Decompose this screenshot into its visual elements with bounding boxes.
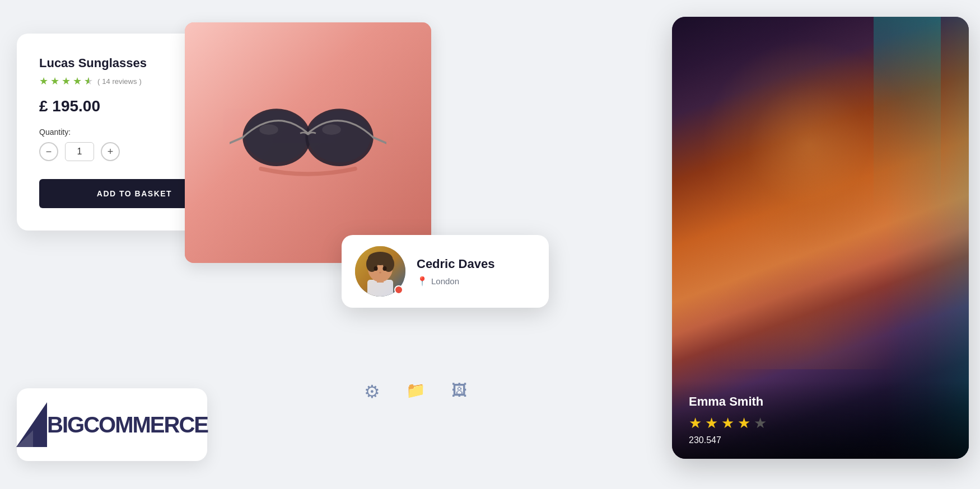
quantity-input[interactable] (65, 142, 94, 161)
profile-info: Cedric Daves 📍 London (417, 257, 535, 286)
bigcommerce-logo: BIGCOMMERCE (16, 402, 208, 447)
photo-star-4: ★ (738, 415, 750, 432)
photo-background: Emma Smith ★ ★ ★ ★ ★ 230.547 (672, 17, 969, 459)
star-5: ★ ★ (84, 75, 93, 87)
profile-card: Cedric Daves 📍 London (342, 235, 549, 308)
sunglasses-background (185, 22, 431, 263)
big-text: BIG (47, 412, 83, 438)
star-2: ★ (50, 75, 59, 87)
photo-star-1: ★ (689, 415, 702, 432)
svg-point-7 (322, 124, 341, 135)
reviews-count: ( (97, 77, 100, 86)
gear-icon[interactable]: ⚙ (364, 381, 380, 402)
profile-name: Cedric Daves (417, 257, 535, 271)
quantity-decrease-button[interactable]: − (39, 142, 58, 161)
photo-rating-count: 230.547 (689, 435, 952, 445)
svg-point-17 (374, 266, 378, 271)
photo-stars-row: ★ ★ ★ ★ ★ (689, 415, 952, 432)
folder-icon[interactable]: 📁 (406, 381, 426, 402)
profile-location-text: London (431, 276, 459, 286)
photo-star-2: ★ (705, 415, 718, 432)
svg-point-18 (383, 266, 387, 271)
reviews-text: 14 reviews (102, 77, 137, 86)
photo-star-3: ★ (721, 415, 734, 432)
bigcommerce-logo-card: BIGCOMMERCE (17, 388, 207, 461)
image-icon[interactable]: 🖼 (451, 381, 467, 402)
avatar-wrapper (355, 246, 405, 297)
sunglasses-image-card (185, 22, 431, 263)
scene: Lucas Sunglasses ★ ★ ★ ★ ★ ★ (14 reviews… (0, 0, 980, 489)
quantity-increase-button[interactable]: + (101, 142, 120, 161)
photo-bottom-overlay: Emma Smith ★ ★ ★ ★ ★ 230.547 (672, 381, 969, 459)
icons-row: ⚙ 📁 🖼 (364, 381, 467, 402)
svg-line-4 (230, 138, 242, 145)
svg-line-5 (374, 138, 386, 145)
svg-point-6 (259, 124, 278, 135)
online-indicator (394, 285, 403, 294)
star-3: ★ (62, 75, 71, 87)
profile-location: 📍 London (417, 276, 535, 286)
commerce-text: COMMERCE (83, 412, 208, 438)
location-pin-icon: 📍 (417, 276, 428, 286)
svg-marker-9 (16, 430, 33, 447)
star-1: ★ (39, 75, 48, 87)
photo-star-5: ★ (754, 415, 767, 432)
photo-card: Emma Smith ★ ★ ★ ★ ★ 230.547 (672, 17, 969, 459)
sunglasses-image (230, 87, 386, 199)
star-4: ★ (73, 75, 82, 87)
svg-point-19 (379, 272, 381, 274)
photo-person-name: Emma Smith (689, 394, 952, 409)
svg-point-1 (245, 110, 308, 162)
bigcommerce-triangle-icon (16, 402, 47, 447)
svg-point-3 (308, 110, 371, 162)
